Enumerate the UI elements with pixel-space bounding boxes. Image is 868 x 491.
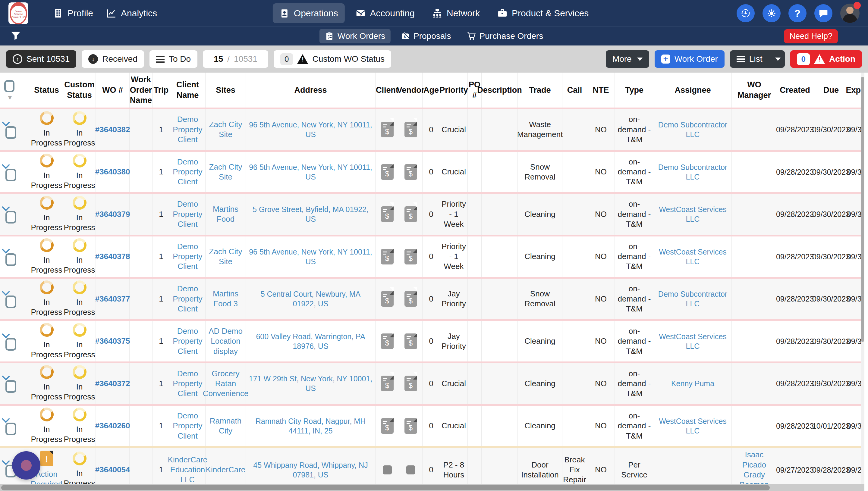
- column-header-wo-manager[interactable]: WO Manager: [732, 73, 777, 108]
- client-name-link[interactable]: Demo Property Client: [172, 326, 203, 356]
- column-header-assignee[interactable]: Assignee: [654, 73, 732, 108]
- help-button[interactable]: ?: [788, 4, 807, 22]
- need-help-button[interactable]: Need Help?: [784, 29, 838, 44]
- vendor-invoice-icon[interactable]: $: [404, 164, 417, 180]
- column-header-type[interactable]: Type: [615, 73, 654, 108]
- assignee-link[interactable]: Demo Subcontractor LLC: [656, 289, 729, 309]
- row-expand-chevron-icon[interactable]: [2, 203, 10, 211]
- row-checkbox[interactable]: [5, 211, 16, 224]
- vertical-scrollbar[interactable]: [861, 73, 864, 491]
- assignee-link[interactable]: WestCoast Services LLC: [656, 416, 729, 436]
- client-name-link[interactable]: Demo Property Client: [172, 114, 203, 145]
- address-link[interactable]: 171 W 29th St, New York, NY 10001, US: [248, 374, 373, 393]
- new-work-order-button[interactable]: + Work Order: [654, 50, 725, 68]
- vendor-invoice-icon[interactable]: $: [404, 206, 417, 222]
- vendor-invoice-icon[interactable]: $: [404, 291, 417, 307]
- client-invoice-icon[interactable]: $: [381, 122, 394, 137]
- nav-accounting[interactable]: $ Accounting: [349, 3, 421, 23]
- column-header-wo[interactable]: WO #: [96, 73, 130, 108]
- site-link[interactable]: Ramnath City: [208, 416, 243, 436]
- site-link[interactable]: Martins Food 3: [208, 289, 243, 309]
- column-header-address[interactable]: Address: [246, 73, 375, 108]
- row-expand-chevron-icon[interactable]: [2, 118, 10, 126]
- nav-operations[interactable]: Operations: [273, 3, 345, 23]
- client-name-link[interactable]: Demo Property Client: [172, 157, 203, 187]
- wo-number-link[interactable]: #3640380: [95, 167, 130, 177]
- nav-analytics[interactable]: Analytics: [100, 3, 164, 23]
- column-header-status[interactable]: Status: [30, 73, 63, 108]
- assignee-link[interactable]: Demo Subcontractor LLC: [656, 162, 729, 182]
- vertical-scrollbar-thumb[interactable]: [861, 77, 864, 342]
- address-link[interactable]: 96 5th Avenue, New York, NY 10011, US: [248, 120, 373, 139]
- client-invoice-icon[interactable]: $: [381, 206, 394, 222]
- row-checkbox[interactable]: [5, 126, 16, 139]
- tab-purchase-orders[interactable]: Purchase Orders: [461, 29, 549, 44]
- address-link[interactable]: 96 5th Avenue, New York, NY 10011, US: [248, 247, 373, 266]
- wo-manager-link[interactable]: Isaac Picado: [734, 450, 774, 470]
- row-checkbox[interactable]: [5, 169, 16, 181]
- site-link[interactable]: Zach City Site: [208, 162, 243, 182]
- filter-icon[interactable]: [10, 30, 21, 41]
- more-button[interactable]: More: [606, 50, 649, 68]
- wo-number-link[interactable]: #3640375: [95, 336, 130, 346]
- row-expand-chevron-icon[interactable]: [2, 246, 10, 254]
- column-header-priority[interactable]: Priority: [440, 73, 468, 108]
- column-header-client-name[interactable]: Client Name: [170, 73, 205, 108]
- chat-button[interactable]: [814, 4, 833, 22]
- column-header-due[interactable]: Due: [813, 73, 849, 108]
- client-name-link[interactable]: Demo Property Client: [172, 199, 203, 229]
- site-link[interactable]: Zach City Site: [208, 120, 243, 140]
- row-expand-chevron-icon[interactable]: [2, 415, 10, 423]
- column-header-created[interactable]: Created: [777, 73, 813, 108]
- vendor-invoice-icon[interactable]: $: [404, 334, 417, 349]
- address-link[interactable]: 45 Whippany Road, Whippany, NJ 07981, US: [248, 460, 373, 480]
- row-expand-chevron-icon[interactable]: [2, 161, 10, 169]
- row-checkbox[interactable]: [5, 253, 16, 266]
- site-link[interactable]: Martins Food: [208, 204, 243, 224]
- row-expand-chevron-icon[interactable]: [2, 288, 10, 296]
- column-header-call[interactable]: Call: [562, 73, 587, 108]
- row-checkbox[interactable]: [5, 295, 16, 308]
- horizontal-scrollbar[interactable]: [0, 484, 864, 491]
- assignee-link[interactable]: Kenny Puma: [671, 379, 714, 388]
- client-invoice-icon[interactable]: $: [381, 164, 394, 180]
- client-invoice-icon[interactable]: $: [381, 249, 394, 264]
- user-avatar[interactable]: [840, 4, 860, 23]
- column-header-client[interactable]: Client: [375, 73, 399, 108]
- assignee-link[interactable]: WestCoast Services LLC: [656, 331, 729, 351]
- wo-number-link[interactable]: #3640054: [95, 465, 130, 475]
- client-invoice-icon[interactable]: $: [381, 334, 394, 349]
- list-view-dropdown[interactable]: [769, 50, 781, 68]
- list-view-button[interactable]: List: [730, 50, 785, 68]
- client-invoice-icon[interactable]: $: [381, 418, 394, 434]
- custom-wo-status-button[interactable]: 0 ! Custom WO Status: [274, 50, 391, 68]
- wo-number-link[interactable]: #3640372: [95, 379, 130, 388]
- vendor-invoice-icon[interactable]: $: [404, 376, 417, 391]
- wo-number-link[interactable]: #3640379: [95, 209, 130, 219]
- horizontal-scrollbar-thumb[interactable]: [1, 485, 770, 490]
- row-checkbox[interactable]: [5, 338, 16, 351]
- row-expand-chevron-icon[interactable]: [2, 457, 10, 465]
- column-header-nte[interactable]: NTE: [587, 73, 615, 108]
- client-name-link[interactable]: KinderCare Education LLC: [168, 455, 208, 485]
- assignee-link[interactable]: Demo Subcontractor LLC: [656, 120, 729, 139]
- client-name-link[interactable]: Demo Property Client: [172, 369, 203, 399]
- wo-number-link[interactable]: #3640382: [95, 125, 130, 135]
- column-header-vendor[interactable]: Vendor: [399, 73, 423, 108]
- address-link[interactable]: 5 Grove Street, Byfield, MA 01922, US: [248, 205, 373, 224]
- client-name-link[interactable]: Demo Property Client: [172, 284, 203, 314]
- tab-proposals[interactable]: $ Proposals: [395, 29, 457, 44]
- row-expand-chevron-icon[interactable]: [2, 330, 10, 338]
- sent-filter-button[interactable]: ↑ Sent 10531: [6, 50, 76, 68]
- site-link[interactable]: Zach City Site: [208, 247, 243, 267]
- select-all-checkbox[interactable]: [4, 80, 15, 92]
- column-header-work-order-name[interactable]: Work Order Name: [130, 73, 152, 108]
- wo-number-link[interactable]: #3640378: [95, 252, 130, 261]
- assignee-link[interactable]: WestCoast Services LLC: [656, 205, 729, 224]
- vendor-invoice-icon[interactable]: $: [404, 418, 417, 434]
- vendor-invoice-icon[interactable]: $: [404, 249, 417, 264]
- tab-work-orders[interactable]: Work Orders: [319, 29, 391, 44]
- received-filter-button[interactable]: ↓ Received: [82, 50, 144, 68]
- action-button[interactable]: 0 ! Action: [790, 50, 862, 68]
- client-name-link[interactable]: Demo Property Client: [172, 241, 203, 272]
